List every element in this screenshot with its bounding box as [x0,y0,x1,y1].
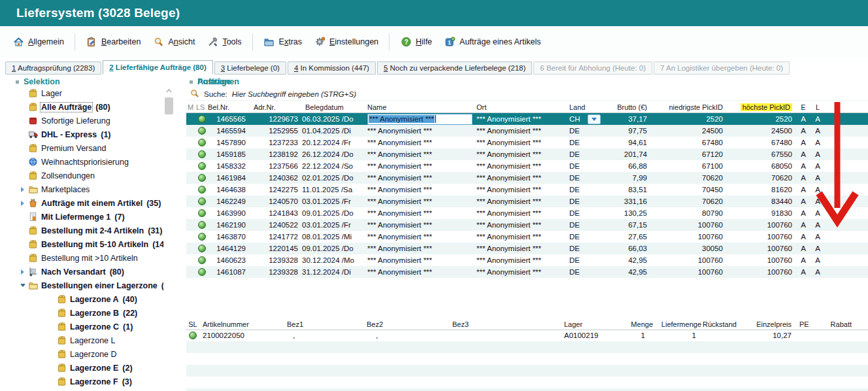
positions-col-lager[interactable]: Lager [564,320,629,328]
order-name: *** Anonymisiert *** [366,256,474,264]
orders-col-belegdatum[interactable]: Belegdatum [299,103,366,111]
positions-col-artikelnummer[interactable]: Artikelnummer [199,320,281,328]
tree-item-lagerzone-l[interactable]: Lagerzone L [14,333,163,347]
menu-item-allgemein[interactable]: Allgemein [7,33,70,51]
position-lager: A0100219 [564,332,629,339]
menu-separator [252,33,253,51]
order-land: DE [567,221,611,229]
order-row-1461087[interactable]: 1461087123932831.12.2024 /Di*** Anonymis… [186,266,868,278]
position-row-2100022050[interactable]: 2100022050,,A01002191110,27 [186,330,868,341]
tree-item-weihnachtspriorisierung[interactable]: Weihnachtspriorisierung [14,155,163,169]
orders-col-ls[interactable]: LS [196,103,208,111]
tree-item-label: Marketplaces [41,185,90,194]
tree-item-lagerzone-c[interactable]: Lagerzone C(1) [14,320,163,333]
positions-col-bez3[interactable]: Bez3 [452,320,564,328]
country-dropdown-button[interactable] [588,114,601,124]
menu-item-hilfe[interactable]: ?Hilfe [394,33,438,51]
tree-item-lagerzone-d[interactable]: Lagerzone D [14,347,163,361]
order-row-1465594[interactable]: 1465594125295501.04.2025 /Di*** Anonymis… [186,125,868,137]
order-row-1464638[interactable]: 1464638124227511.01.2025 /Sa*** Anonymis… [186,184,868,196]
order-row-1463870[interactable]: 1463870124177208.01.2025 /Mi*** Anonymis… [186,231,868,243]
positions-col-sl[interactable]: SL [186,320,199,328]
tree-item-bestellungen-einer-lagerzone[interactable]: Bestellungen einer Lagerzone(68) [14,279,163,292]
scroll-up-icon[interactable] [163,86,175,95]
orders-col-höchste-pickid[interactable]: höchste PickID↑ [724,103,793,111]
document-1-icon: 1 [28,212,41,222]
tree-item-bestellung-mit-10-artikeln[interactable]: Bestellung mit >10 Artikeln [14,251,163,265]
positions-col-liefermenge[interactable]: Liefermenge [654,320,701,328]
tree-item-zollsendungen[interactable]: Zollsendungen [14,169,163,182]
tree-item-bestellung-mit-2-4-artikeln[interactable]: Bestellung mit 2-4 Artikeln(31) [14,224,163,237]
name-edit-field[interactable]: *** Anonymisiert *** [367,114,473,125]
positions-col-rückstand[interactable]: Rückstand [701,320,752,328]
tree-item-mit-liefermenge-1[interactable]: 1Mit Liefermenge 1(7) [14,210,163,224]
tree-item-lagerzone-a[interactable]: Lagerzone A(40) [14,292,163,306]
expand-arrow-icon[interactable] [17,201,28,206]
tree-item-lagerzone-f[interactable]: Lagerzone F(3) [14,375,163,388]
order-row-1457890[interactable]: 1457890123723320.12.2024 /Fr*** Anonymis… [186,137,868,148]
tab-5-noch-zu-verpackende-lieferbelege-218[interactable]: 5 Noch zu verpackende Lieferbelege (218) [377,61,532,75]
order-row-1465565[interactable]: 1465565122967306.03.2025 /Do*** Anonymis… [186,113,868,125]
orders-col-brutto[interactable]: Brutto (€) [611,103,648,111]
order-row-1462190[interactable]: 1462190124052203.01.2025 /Fr*** Anonymis… [186,219,868,231]
tab-6-bereit-für-abholung-heute-0[interactable]: 6 Bereit für Abholung (Heute: 0) [533,61,652,75]
menu-item-einstellungen[interactable]: Einstellungen [308,33,384,51]
tree-item-lager[interactable]: Lager [14,86,163,100]
tree-item-bestellung-mit-5-10-artikeln[interactable]: Bestellung mit 5-10 Artikeln(14) [14,237,163,251]
order-row-1462249[interactable]: 1462249124057003.01.2025 /Fr*** Anonymis… [186,196,868,207]
positions-col-pe[interactable]: PE [797,320,824,328]
tab-7-an-logistiker-übergeben-heute-0[interactable]: 7 An Logistiker übergeben (Heute: 0) [654,61,790,75]
orders-col-name[interactable]: Name [366,103,474,111]
positions-col-bez2[interactable]: Bez2 [367,320,452,328]
orders-col-adr-nr[interactable]: Adr.Nr. [247,103,299,111]
scrollbar-thumb[interactable] [165,97,173,114]
order-row-1458332[interactable]: 1458332123756622.12.2024 /So*** Anonymis… [186,160,868,172]
expand-arrow-icon[interactable] [17,187,28,192]
tab-2-lieferfähige-aufträge-80[interactable]: 2 Lieferfähige Aufträge (80) [103,60,212,75]
collapse-arrow-icon[interactable] [17,284,28,287]
menu-item-aufträge-eines-artikels[interactable]: 1Aufträge eines Artikels [438,33,546,51]
positions-col-einzelpreis[interactable]: Einzelpreis [752,320,797,328]
order-row-1460623[interactable]: 1460623123932830.12.2024 /Mo*** Anonymis… [186,254,868,266]
positions-col-rabatt[interactable]: Rabatt [824,320,858,328]
tree-item-lagerzone-b[interactable]: Lagerzone B(22) [14,306,163,320]
tab-4-in-kommission-447[interactable]: 4 In Kommission (447) [288,61,376,75]
order-row-1461984[interactable]: 1461984124036202.01.2025 /Do*** Anonymis… [186,172,868,184]
orders-col-m[interactable]: M [186,103,196,111]
tree-item-aufträge-mit-einem-artikel[interactable]: Aufträge mit einem Artikel(35) [14,196,163,210]
menu-item-tools[interactable]: Tools [201,33,247,51]
tree-item-marketplaces[interactable]: Marketplaces [14,182,163,196]
positions-col-bez1[interactable]: Bez1 [281,320,367,328]
order-land: DE [567,256,611,264]
orders-col-ort[interactable]: Ort [474,103,567,111]
tree-item-alle-aufträge[interactable]: Alle Aufträge(80) [14,100,163,114]
order-ort: *** Anonymisiert *** [474,139,567,146]
menu-item-label: Bearbeiten [101,37,141,46]
sidebar-scrollbar[interactable] [163,86,175,197]
orders-col-bel-nr[interactable]: Bel.Nr. [208,103,247,111]
tree-item-lagerzone-e[interactable]: Lagerzone E(2) [14,361,163,375]
menu-item-bearbeiten[interactable]: Bearbeiten [80,33,146,51]
order-ort: *** Anonymisiert *** [474,221,567,229]
search-input[interactable]: Suche: Hier Suchbegriff eingeben (STRG+S… [186,88,868,101]
tab-1-auftragsprüfung-2283[interactable]: 1 Auftragsprüfung (2283) [5,61,101,75]
package-icon [28,171,41,180]
orders-col-l[interactable]: L [813,103,822,111]
menu-item-extras[interactable]: Extras [258,33,308,51]
menu-item-ansicht[interactable]: Ansicht [146,33,201,51]
order-brutto: 7,99 [611,174,648,182]
tab-3-lieferbelege-0[interactable]: 3 Lieferbelege (0) [214,61,286,75]
order-belegdatum: 03.01.2025 /Fr [299,197,366,205]
order-brutto: 83,51 [611,186,648,194]
orders-col-niedrigste-pickid[interactable]: niedrigste PickID [648,103,724,111]
positions-col-menge[interactable]: Menge [629,320,654,328]
order-row-1463990[interactable]: 1463990124184309.01.2025 /Do*** Anonymis… [186,207,868,219]
tree-item-sofortige-lieferung[interactable]: Sofortige Lieferung [14,114,163,128]
expand-arrow-icon[interactable] [17,269,28,275]
order-row-1459185[interactable]: 1459185123819226.12.2024 /Do*** Anonymis… [186,148,868,160]
order-row-1464129[interactable]: 1464129122014509.01.2025 /Do*** Anonymis… [186,243,868,254]
tree-item-nach-versandart[interactable]: Nach Versandart(80) [14,265,163,279]
tree-item-dhl-express[interactable]: DHL - Express(1) [14,128,163,141]
tree-item-premium-versand[interactable]: Premium Versand [14,141,163,155]
orders-col-land[interactable]: Land [567,103,611,111]
